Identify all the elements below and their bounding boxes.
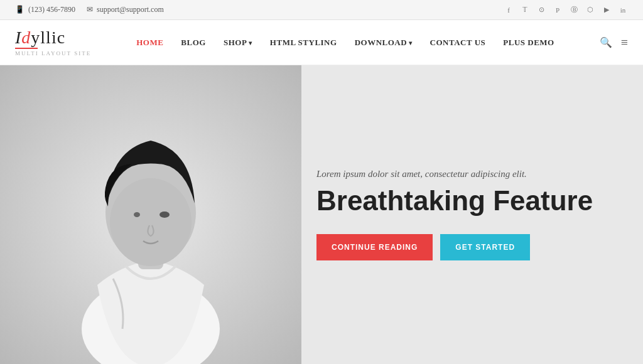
nav-contact-us[interactable]: CONTACT US: [430, 38, 486, 48]
logo-d: d: [21, 28, 31, 47]
nav-html-styling[interactable]: HTML STYLING: [270, 38, 337, 48]
nav-download[interactable]: DOWNLOAD: [355, 38, 413, 48]
pinterest-icon[interactable]: P: [553, 5, 563, 15]
instagram-icon[interactable]: ⬡: [585, 5, 595, 15]
menu-icon[interactable]: ≡: [621, 35, 628, 50]
logo-name: Idyllic: [15, 29, 91, 46]
topbar-left: 📱 (123) 456-7890 ✉ support@support.com: [15, 5, 164, 14]
email-address: support@support.com: [97, 5, 164, 14]
email-icon: ✉: [87, 5, 93, 14]
topbar: 📱 (123) 456-7890 ✉ support@support.com f…: [0, 0, 643, 20]
get-started-button[interactable]: GET STARTED: [440, 234, 530, 260]
hero-image: [0, 65, 301, 364]
svg-point-5: [110, 178, 192, 266]
nav-shop[interactable]: SHOP: [224, 38, 252, 48]
search-icon[interactable]: 🔍: [600, 36, 612, 48]
logo-tagline: Multi Layout Site: [15, 50, 91, 56]
email-contact: ✉ support@support.com: [87, 5, 164, 14]
main-nav: HOME BLOG SHOP HTML STYLING DOWNLOAD CON…: [136, 38, 554, 48]
youtube-icon[interactable]: ▶: [602, 5, 612, 15]
linkedin-icon[interactable]: in: [618, 5, 628, 15]
hero-title: Breathtaking Feature: [316, 186, 605, 216]
hero-buttons: CONTINUE READING GET STARTED: [316, 234, 605, 260]
twitter-icon[interactable]: 𝕋: [520, 5, 530, 15]
nav-plus-demo[interactable]: PLUS DEMO: [503, 38, 554, 48]
svg-point-6: [159, 211, 170, 218]
hero-subtitle: Lorem ipsum dolor sit amet, consectetur …: [316, 169, 605, 179]
phone-number: (123) 456-7890: [28, 5, 75, 14]
logo-i: I: [15, 28, 21, 47]
header: Idyllic Multi Layout Site HOME BLOG SHOP…: [0, 20, 643, 65]
phone-icon: 📱: [15, 5, 24, 14]
logo: Idyllic Multi Layout Site: [15, 29, 91, 56]
phone-contact: 📱 (123) 456-7890: [15, 5, 75, 14]
svg-point-7: [134, 212, 140, 217]
social-icons-group: f 𝕋 ⊙ P Ⓑ ⬡ ▶ in: [504, 5, 628, 15]
facebook-icon[interactable]: f: [504, 5, 514, 15]
header-icons: 🔍 ≡: [600, 35, 628, 50]
dribbble-icon[interactable]: ⊙: [536, 5, 546, 15]
nav-blog[interactable]: BLOG: [181, 38, 206, 48]
behance-icon[interactable]: Ⓑ: [569, 5, 579, 15]
hero-section: Lorem ipsum dolor sit amet, consectetur …: [0, 65, 643, 364]
continue-reading-button[interactable]: CONTINUE READING: [316, 234, 433, 260]
logo-underline: [15, 48, 38, 49]
logo-rest: yllic: [31, 28, 65, 47]
hero-content: Lorem ipsum dolor sit amet, consectetur …: [291, 65, 643, 364]
nav-home[interactable]: HOME: [136, 38, 163, 48]
